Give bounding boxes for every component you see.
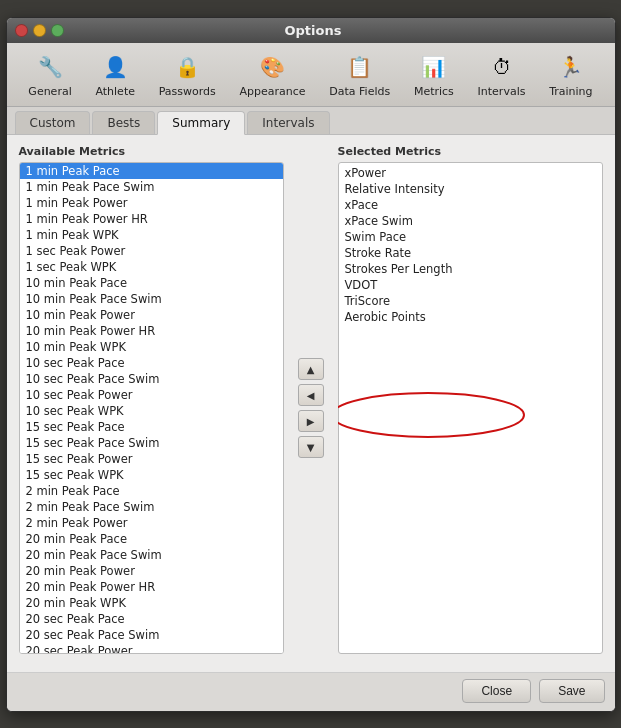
available-metric-item[interactable]: 10 min Peak Power HR xyxy=(20,323,283,339)
selected-metric-item[interactable]: Stroke Rate xyxy=(339,245,602,261)
move-up-button[interactable]: ▲ xyxy=(298,358,324,380)
options-window: Options 🔧 General 👤 Athlete 🔒 Passwords … xyxy=(6,17,616,712)
tab-intervals[interactable]: Intervals xyxy=(247,111,329,134)
available-metric-item[interactable]: 1 sec Peak Power xyxy=(20,243,283,259)
toolbar-metrics[interactable]: 📊 Metrics xyxy=(406,49,462,100)
available-metric-item[interactable]: 2 min Peak Pace xyxy=(20,483,283,499)
passwords-icon: 🔒 xyxy=(171,51,203,83)
intervals-icon: ⏱ xyxy=(486,51,518,83)
available-metric-item[interactable]: 1 min Peak Power xyxy=(20,195,283,211)
available-metric-item[interactable]: 20 min Peak WPK xyxy=(20,595,283,611)
available-metric-item[interactable]: 20 min Peak Pace xyxy=(20,531,283,547)
bottom-bar: Close Save xyxy=(7,672,615,711)
available-metric-item[interactable]: 2 min Peak Power xyxy=(20,515,283,531)
appearance-icon: 🎨 xyxy=(257,51,289,83)
available-metric-item[interactable]: 2 min Peak Pace Swim xyxy=(20,499,283,515)
available-metric-item[interactable]: 10 sec Peak Power xyxy=(20,387,283,403)
toolbar-appearance-label: Appearance xyxy=(240,85,306,98)
toolbar-intervals-label: Intervals xyxy=(478,85,526,98)
selected-metrics-panel: Selected Metrics xPowerRelative Intensit… xyxy=(338,145,603,654)
available-metrics-label: Available Metrics xyxy=(19,145,284,158)
available-metric-item[interactable]: 20 min Peak Pace Swim xyxy=(20,547,283,563)
selected-metric-item[interactable]: Swim Pace xyxy=(339,229,602,245)
selected-metric-item[interactable]: xPace xyxy=(339,197,602,213)
save-button[interactable]: Save xyxy=(539,679,604,703)
selected-metric-item[interactable]: TriScore xyxy=(339,293,602,309)
available-metric-item[interactable]: 10 sec Peak Pace Swim xyxy=(20,371,283,387)
toolbar-intervals[interactable]: ⏱ Intervals xyxy=(470,49,534,100)
move-left-button[interactable]: ◀ xyxy=(298,384,324,406)
available-metric-item[interactable]: 10 min Peak Pace Swim xyxy=(20,291,283,307)
selected-metric-item[interactable]: Aerobic Points xyxy=(339,309,602,325)
available-metric-item[interactable]: 20 sec Peak Power xyxy=(20,643,283,653)
available-metric-item[interactable]: 1 min Peak Pace xyxy=(20,163,283,179)
toolbar-training-label: Training xyxy=(549,85,592,98)
available-metrics-list-panel: 1 min Peak Pace1 min Peak Pace Swim1 min… xyxy=(19,162,284,654)
available-metric-item[interactable]: 10 sec Peak Pace xyxy=(20,355,283,371)
available-metric-item[interactable]: 1 sec Peak WPK xyxy=(20,259,283,275)
available-metric-item[interactable]: 20 sec Peak Pace xyxy=(20,611,283,627)
window-title: Options xyxy=(20,23,607,38)
available-metric-item[interactable]: 10 min Peak WPK xyxy=(20,339,283,355)
available-metric-item[interactable]: 10 sec Peak WPK xyxy=(20,403,283,419)
selected-metric-item[interactable]: Strokes Per Length xyxy=(339,261,602,277)
tab-bar: Custom Bests Summary Intervals xyxy=(7,107,615,135)
toolbar-data-fields[interactable]: 📋 Data Fields xyxy=(321,49,398,100)
content-area: Available Metrics 1 min Peak Pace1 min P… xyxy=(7,135,615,672)
training-icon: 🏃 xyxy=(555,51,587,83)
athlete-icon: 👤 xyxy=(99,51,131,83)
available-metric-item[interactable]: 1 min Peak WPK xyxy=(20,227,283,243)
arrows-column: ▲ ◀ ▶ ▼ xyxy=(294,163,328,654)
toolbar-appearance[interactable]: 🎨 Appearance xyxy=(232,49,314,100)
toolbar: 🔧 General 👤 Athlete 🔒 Passwords 🎨 Appear… xyxy=(7,43,615,107)
selected-metric-item[interactable]: xPower xyxy=(339,165,602,181)
toolbar-training[interactable]: 🏃 Training xyxy=(541,49,600,100)
toolbar-athlete-label: Athlete xyxy=(95,85,135,98)
available-metric-item[interactable]: 1 min Peak Power HR xyxy=(20,211,283,227)
toolbar-athlete[interactable]: 👤 Athlete xyxy=(87,49,143,100)
tab-bests[interactable]: Bests xyxy=(92,111,155,134)
available-metric-item[interactable]: 15 sec Peak Pace xyxy=(20,419,283,435)
available-metric-item[interactable]: 20 min Peak Power xyxy=(20,563,283,579)
data-fields-icon: 📋 xyxy=(344,51,376,83)
selected-metric-item[interactable]: xPace Swim xyxy=(339,213,602,229)
tab-summary[interactable]: Summary xyxy=(157,111,245,135)
available-metric-item[interactable]: 1 min Peak Pace Swim xyxy=(20,179,283,195)
available-metric-item[interactable]: 15 sec Peak Power xyxy=(20,451,283,467)
titlebar: Options xyxy=(7,18,615,43)
tab-custom[interactable]: Custom xyxy=(15,111,91,134)
close-button[interactable]: Close xyxy=(462,679,531,703)
toolbar-passwords-label: Passwords xyxy=(159,85,216,98)
panels-container: Available Metrics 1 min Peak Pace1 min P… xyxy=(19,145,603,654)
toolbar-passwords[interactable]: 🔒 Passwords xyxy=(151,49,224,100)
toolbar-general[interactable]: 🔧 General xyxy=(20,49,79,100)
available-metric-item[interactable]: 20 min Peak Power HR xyxy=(20,579,283,595)
selected-metric-item[interactable]: VDOT xyxy=(339,277,602,293)
available-metric-item[interactable]: 15 sec Peak WPK xyxy=(20,467,283,483)
selected-metric-item[interactable]: Relative Intensity xyxy=(339,181,602,197)
toolbar-metrics-label: Metrics xyxy=(414,85,454,98)
available-metric-item[interactable]: 10 min Peak Power xyxy=(20,307,283,323)
available-metrics-panel: Available Metrics 1 min Peak Pace1 min P… xyxy=(19,145,284,654)
available-metrics-list-body[interactable]: 1 min Peak Pace1 min Peak Pace Swim1 min… xyxy=(20,163,283,653)
selected-metrics-label: Selected Metrics xyxy=(338,145,603,158)
available-metric-item[interactable]: 10 min Peak Pace xyxy=(20,275,283,291)
toolbar-general-label: General xyxy=(28,85,71,98)
toolbar-data-fields-label: Data Fields xyxy=(329,85,390,98)
available-metric-item[interactable]: 15 sec Peak Pace Swim xyxy=(20,435,283,451)
selected-metrics-list[interactable]: xPowerRelative IntensityxPacexPace SwimS… xyxy=(338,162,603,654)
available-metric-item[interactable]: 20 sec Peak Pace Swim xyxy=(20,627,283,643)
general-icon: 🔧 xyxy=(34,51,66,83)
move-down-button[interactable]: ▼ xyxy=(298,436,324,458)
move-right-button[interactable]: ▶ xyxy=(298,410,324,432)
metrics-icon: 📊 xyxy=(418,51,450,83)
